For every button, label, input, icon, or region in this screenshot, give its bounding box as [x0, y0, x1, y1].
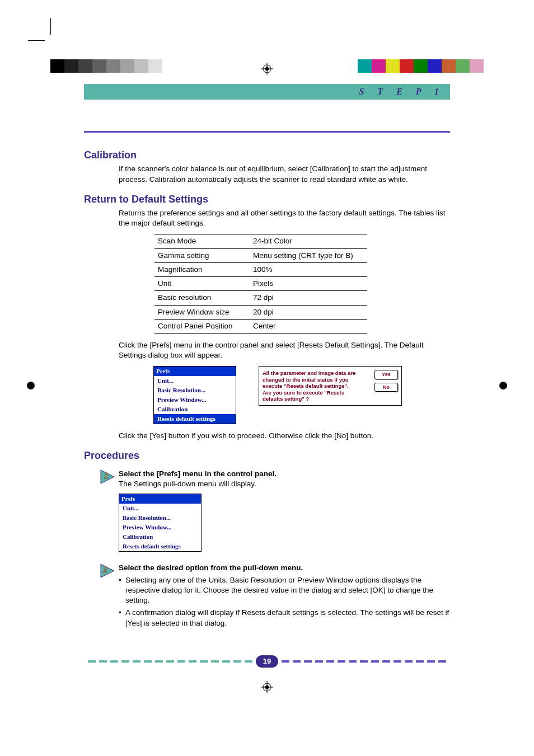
confirm-dialog-screenshot: All the parameter and image data are cha… — [259, 366, 402, 406]
defaults-table: Scan Mode24-bit ColorGamma settingMenu s… — [154, 234, 367, 334]
bullet-text: A confirmation dialog will display if Re… — [125, 608, 450, 628]
dialog-yes-button: Yes — [374, 370, 398, 379]
grayscale-swatches — [50, 59, 162, 73]
step-1-title: Select the [Prefs] menu in the control p… — [119, 469, 450, 479]
svg-text:1: 1 — [104, 471, 109, 480]
registration-mark-icon — [25, 379, 37, 392]
defaults-body: Returns the preference settings and all … — [119, 208, 446, 228]
table-cell-value: 20 dpi — [250, 305, 367, 319]
prefs-menu-item: Preview Window... — [119, 523, 201, 532]
svg-point-15 — [502, 384, 505, 387]
table-cell-value: 72 dpi — [250, 291, 367, 305]
defaults-after-table: Click the [Prefs] menu in the control pa… — [119, 340, 446, 360]
prefs-menu-item: Unit... — [154, 376, 236, 386]
prefs-menu-screenshot-2: PrefsUnit...Basic Resolution...Preview W… — [119, 494, 202, 551]
table-row: Basic resolution72 dpi — [154, 291, 367, 305]
registration-mark-icon — [497, 379, 509, 392]
registration-mark-icon — [261, 681, 273, 693]
table-cell-label: Basic resolution — [154, 291, 250, 305]
step-1-icon: 1 — [100, 469, 115, 485]
table-row: UnitPixels — [154, 277, 367, 291]
prefs-menu-item: Calibration — [154, 405, 236, 414]
table-cell-label: Magnification — [154, 262, 250, 276]
step-2-icon: 2 — [100, 563, 115, 579]
list-item: •Selecting any one of the Units, Basic R… — [119, 575, 450, 606]
svg-point-7 — [265, 685, 269, 689]
bullet-icon: • — [119, 608, 125, 628]
svg-point-11 — [29, 384, 32, 387]
prefs-menu-item: Resets default settings — [119, 542, 201, 551]
bullet-icon: • — [119, 575, 125, 606]
prefs-menu-title: Prefs — [154, 367, 236, 376]
prefs-menu-item: Basic Resolution... — [119, 513, 201, 523]
dialog-message: All the parameter and image data are cha… — [263, 370, 358, 402]
calibration-body: If the scanner's color balance is out of… — [119, 164, 446, 184]
prefs-menu-item: Unit... — [119, 504, 201, 513]
table-row: Control Panel PositionCenter — [154, 319, 367, 333]
section-heading-procedures: Procedures — [84, 449, 450, 462]
table-cell-value: 24-bit Color — [250, 234, 367, 248]
table-cell-label: Control Panel Position — [154, 319, 250, 333]
divider — [84, 131, 450, 133]
section-heading-calibration: Calibration — [84, 148, 450, 162]
table-cell-label: Gamma setting — [154, 248, 250, 262]
table-cell-value: Center — [250, 319, 367, 333]
table-cell-value: Menu setting (CRT type for B) — [250, 248, 367, 262]
prefs-menu-item: Basic Resolution... — [154, 386, 236, 395]
color-swatches — [358, 59, 484, 73]
svg-text:2: 2 — [102, 565, 107, 574]
step-2-title: Select the desired option from the pull-… — [119, 563, 450, 573]
page-footer: 19 — [84, 655, 450, 668]
table-cell-label: Preview Window size — [154, 305, 250, 319]
list-item: •A confirmation dialog will display if R… — [119, 608, 450, 628]
prefs-menu-item: Preview Window... — [154, 395, 236, 405]
table-row: Magnification100% — [154, 262, 367, 276]
registration-mark-icon — [261, 63, 273, 75]
dialog-no-button: No — [374, 383, 398, 392]
table-row: Preview Window size20 dpi — [154, 305, 367, 319]
table-row: Gamma settingMenu setting (CRT type for … — [154, 248, 367, 262]
defaults-after-dialog: Click the [Yes] button if you wish to pr… — [119, 431, 446, 441]
step-label: S T E P 1 — [359, 86, 444, 98]
step-1-body: The Settings pull-down menu will display… — [119, 479, 450, 489]
table-cell-label: Scan Mode — [154, 234, 250, 248]
prefs-menu-title: Prefs — [119, 494, 201, 504]
bullet-text: Selecting any one of the Units, Basic Re… — [125, 575, 450, 606]
page-number: 19 — [256, 655, 278, 668]
table-cell-label: Unit — [154, 277, 250, 291]
header-bar: S T E P 1 — [84, 84, 450, 100]
table-cell-value: Pixels — [250, 277, 367, 291]
section-heading-defaults: Return to Default Settings — [84, 192, 450, 206]
svg-point-3 — [265, 67, 269, 71]
prefs-menu-item: Resets default settings — [154, 414, 236, 424]
table-cell-value: 100% — [250, 262, 367, 276]
table-row: Scan Mode24-bit Color — [154, 234, 367, 248]
prefs-menu-screenshot: PrefsUnit...Basic Resolution...Preview W… — [153, 366, 236, 424]
prefs-menu-item: Calibration — [119, 532, 201, 542]
